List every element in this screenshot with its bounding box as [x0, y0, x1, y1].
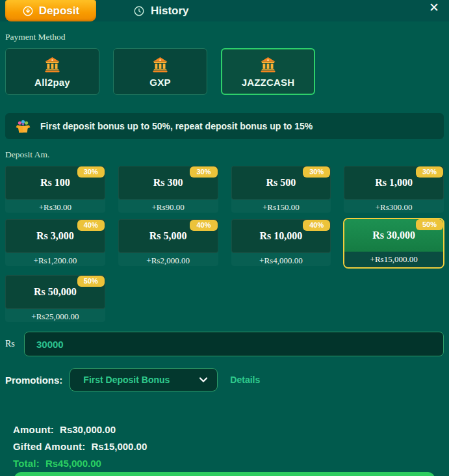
bonus-badge: 40%	[190, 220, 217, 231]
payment-method-name: GXP	[149, 77, 170, 88]
deposit-amount-grid: 30% Rs 100 +Rs30.00 30% Rs 300 +Rs90.00 …	[5, 166, 444, 322]
dialog-header: Deposit History ✕	[0, 0, 449, 21]
confirm-deposit-button[interactable]	[14, 472, 435, 476]
payment-method-jazzcash[interactable]: JAZZCASH	[221, 48, 315, 95]
amount-label: Rs 100	[40, 177, 70, 189]
amount-option-500[interactable]: 30% Rs 500 +Rs150.00	[231, 166, 331, 213]
bank-icon	[151, 56, 169, 73]
download-circle-icon	[22, 5, 34, 17]
amount-bonus: +Rs25,000.00	[5, 311, 105, 322]
amount-bonus: +Rs1,200.00	[5, 256, 105, 266]
payment-method-label: Payment Method	[5, 32, 444, 42]
payment-method-name: All2pay	[34, 77, 70, 88]
amount-bonus: +Rs90.00	[118, 202, 218, 213]
amount-bonus: +Rs300.00	[344, 202, 444, 213]
bonus-badge: 40%	[303, 220, 330, 231]
bonus-badge: 30%	[416, 166, 443, 178]
amount-label: Rs 5,000	[149, 230, 187, 242]
summary-amount-row: Amount:Rs30,000.00	[13, 421, 449, 438]
tab-history[interactable]: History	[133, 0, 189, 21]
summary-total-row: Total:Rs45,000.00	[13, 455, 449, 472]
amount-option-50000[interactable]: 50% Rs 50,000 +Rs25,000.00	[5, 275, 105, 322]
amount-bonus: +Rs150.00	[231, 202, 331, 213]
tab-deposit-label: Deposit	[39, 5, 79, 18]
summary-value: Rs30,000.00	[60, 424, 116, 435]
promotions-row: Promotions: First Deposit Bonus Details	[5, 368, 444, 391]
amount-bonus: +Rs4,000.00	[231, 256, 331, 266]
clock-icon	[133, 5, 145, 17]
payment-method-gxp[interactable]: GXP	[113, 48, 207, 95]
bonus-badge: 30%	[303, 166, 330, 178]
bonus-badge: 50%	[416, 219, 443, 230]
amount-input-row: Rs	[5, 332, 444, 356]
tab-deposit[interactable]: Deposit	[5, 0, 96, 21]
amount-bonus: +Rs30.00	[5, 202, 105, 213]
amount-label: Rs 3,000	[36, 230, 74, 242]
bonus-banner-text: First deposit bonus up to 50%, repeat de…	[40, 121, 313, 131]
amount-bonus: +Rs15,000.00	[344, 252, 443, 267]
tab-history-label: History	[151, 5, 189, 18]
bonus-badge: 50%	[77, 276, 105, 287]
payment-method-list: All2pay GXP	[5, 48, 444, 95]
bonus-badge: 30%	[190, 166, 217, 178]
amount-option-100[interactable]: 30% Rs 100 +Rs30.00	[5, 166, 105, 213]
summary-value: Rs15,000.00	[91, 441, 147, 452]
amount-option-30000[interactable]: 50% Rs 30,000 +Rs15,000.00	[343, 218, 444, 269]
close-icon[interactable]: ✕	[426, 0, 442, 16]
amount-option-1000[interactable]: 30% Rs 1,000 +Rs300.00	[344, 166, 444, 213]
promotions-label: Promotions:	[5, 375, 62, 386]
deposit-amount-label: Deposit Am.	[5, 150, 444, 160]
summary-value: Rs45,000.00	[45, 458, 101, 469]
bank-icon	[259, 56, 277, 73]
amount-option-3000[interactable]: 40% Rs 3,000 +Rs1,200.00	[5, 219, 105, 266]
amount-label: Rs 50,000	[34, 286, 77, 298]
bank-icon	[44, 56, 61, 73]
summary: Amount:Rs30,000.00 Gifted Amount:Rs15,00…	[13, 421, 449, 472]
amount-option-10000[interactable]: 40% Rs 10,000 +Rs4,000.00	[231, 219, 331, 266]
amount-label: Rs 30,000	[372, 230, 415, 241]
amount-option-300[interactable]: 30% Rs 300 +Rs90.00	[118, 166, 218, 213]
details-link[interactable]: Details	[230, 375, 260, 385]
promotions-selected-option: First Deposit Bonus	[83, 375, 170, 385]
amount-option-5000[interactable]: 40% Rs 5,000 +Rs2,000.00	[118, 219, 218, 266]
summary-gifted-row: Gifted Amount:Rs15,000.00	[13, 438, 449, 455]
amount-bonus: +Rs2,000.00	[118, 256, 218, 266]
chevron-down-icon	[199, 377, 208, 383]
amount-input[interactable]	[24, 332, 444, 356]
currency-label: Rs	[5, 339, 19, 349]
bonus-badge: 40%	[77, 220, 105, 231]
gift-box-icon	[14, 118, 32, 135]
summary-label: Gifted Amount:	[13, 441, 85, 452]
bonus-badge: 30%	[77, 166, 105, 178]
promotions-select[interactable]: First Deposit Bonus	[70, 368, 218, 391]
summary-label: Amount:	[13, 424, 54, 435]
amount-label: Rs 1,000	[375, 177, 413, 189]
amount-label: Rs 300	[153, 177, 183, 189]
payment-method-name: JAZZCASH	[242, 77, 295, 88]
amount-label: Rs 500	[266, 177, 296, 189]
bonus-banner: First deposit bonus up to 50%, repeat de…	[5, 113, 444, 139]
amount-label: Rs 10,000	[259, 230, 302, 242]
summary-label: Total:	[13, 458, 40, 469]
deposit-dialog: Deposit History ✕ Payment Method	[0, 0, 449, 476]
payment-method-all2pay[interactable]: All2pay	[5, 48, 99, 95]
